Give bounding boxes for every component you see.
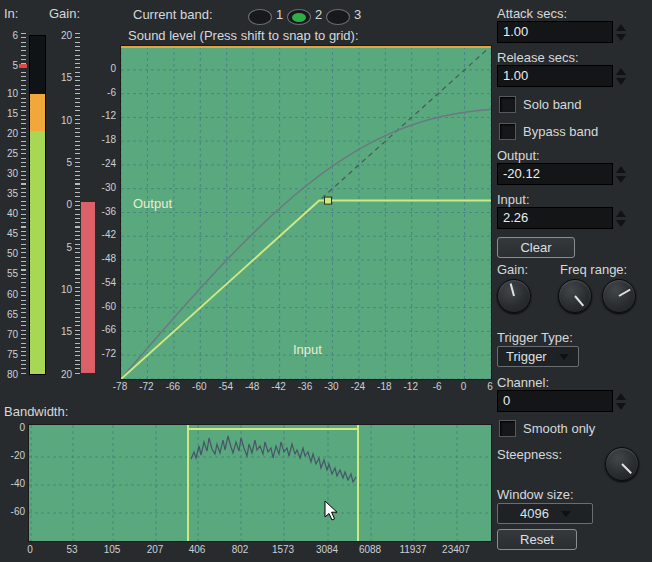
checkbox-box[interactable] — [499, 420, 516, 437]
checkbox-box[interactable] — [499, 96, 516, 113]
band-radio-3-label: 3 — [354, 7, 361, 22]
trigger-type-value: Trigger — [506, 346, 547, 367]
gain-knob-label: Gain: — [497, 262, 528, 277]
trigger-type-label: Trigger Type: — [497, 330, 573, 345]
bw-x-tick: 0 — [27, 544, 33, 555]
input-axis-label: Input — [293, 342, 322, 357]
in-scale-tick: 30 — [2, 168, 18, 179]
bw-y-tick: 0 — [0, 422, 25, 433]
in-scale-tick: 75 — [2, 349, 18, 360]
bw-x-tick: 1573 — [272, 544, 294, 555]
graph-y-tick: -24 — [92, 158, 116, 169]
trigger-type-dropdown[interactable]: Trigger — [497, 346, 579, 367]
checkbox-box[interactable] — [499, 123, 516, 140]
bypass-band-checkbox[interactable]: Bypass band — [499, 123, 598, 140]
graph-y-tick: -60 — [92, 301, 116, 312]
spin-up-icon[interactable] — [616, 210, 626, 217]
freq-high-knob[interactable] — [602, 279, 636, 313]
in-scale-tick: 10 — [2, 88, 18, 99]
graph-y-tick: -66 — [92, 324, 116, 335]
solo-band-checkbox[interactable]: Solo band — [499, 96, 582, 113]
graph-y-tick: 0 — [92, 63, 116, 74]
knob-pointer — [619, 289, 631, 297]
in-scale-tick: 70 — [2, 329, 18, 340]
bw-x-tick: 23407 — [442, 544, 470, 555]
output-spinner[interactable] — [613, 163, 629, 185]
graph-x-tick: 6 — [487, 381, 493, 392]
band-radio-3[interactable] — [326, 9, 350, 25]
in-meter-label: In: — [4, 6, 18, 21]
gain-scale-tick: 20 — [52, 369, 72, 380]
freq-range-label: Freq range: — [560, 262, 627, 277]
window-size-label: Window size: — [497, 487, 574, 502]
spin-down-icon[interactable] — [616, 220, 626, 227]
release-spinner[interactable] — [613, 65, 629, 87]
band-radio-2-label: 2 — [315, 7, 322, 22]
window-size-value: 4096 — [520, 503, 549, 524]
bw-x-tick: 3084 — [316, 544, 338, 555]
attack-spinner[interactable] — [613, 21, 629, 43]
steepness-knob[interactable] — [605, 447, 639, 481]
freq-low-knob[interactable] — [558, 279, 592, 313]
sound-level-plot[interactable] — [121, 46, 491, 379]
in-level-meter — [29, 35, 46, 375]
input-spinner[interactable] — [613, 207, 629, 229]
graph-x-tick: -36 — [298, 381, 312, 392]
sound-level-graph[interactable]: Output Input — [120, 45, 492, 380]
in-scale-tick: 50 — [2, 248, 18, 259]
in-meter-orange-segment — [30, 94, 45, 131]
spin-up-icon[interactable] — [616, 393, 626, 400]
in-scale-tick: 15 — [2, 108, 18, 119]
output-value[interactable]: -20.12 — [497, 163, 613, 185]
output-label: Output: — [497, 148, 540, 163]
spin-down-icon[interactable] — [616, 403, 626, 410]
graph-x-tick: 0 — [461, 381, 467, 392]
bw-x-tick: 207 — [147, 544, 164, 555]
channel-spinbox[interactable]: 0 — [497, 390, 629, 412]
input-spinbox[interactable]: 2.26 — [497, 207, 629, 229]
band-radio-2[interactable] — [287, 9, 311, 25]
clear-button[interactable]: Clear — [497, 237, 575, 258]
smooth-only-checkbox[interactable]: Smooth only — [499, 420, 595, 437]
bw-x-tick: 802 — [232, 544, 249, 555]
gain-scale-tick: 15 — [52, 326, 72, 337]
channel-label: Channel: — [497, 375, 549, 390]
input-value[interactable]: 2.26 — [497, 207, 613, 229]
bandwidth-plot[interactable] — [29, 425, 491, 541]
output-spinbox[interactable]: -20.12 — [497, 163, 629, 185]
spin-down-icon[interactable] — [616, 176, 626, 183]
band-radio-1-label: 1 — [276, 7, 283, 22]
bandwidth-label: Bandwidth: — [4, 404, 68, 419]
graph-x-tick: -12 — [403, 381, 417, 392]
band-radio-1[interactable] — [248, 9, 272, 25]
spin-up-icon[interactable] — [616, 166, 626, 173]
graph-x-tick: -42 — [271, 381, 285, 392]
bandwidth-graph[interactable] — [28, 424, 492, 542]
graph-x-tick: -54 — [218, 381, 232, 392]
solo-band-label: Solo band — [523, 97, 582, 112]
release-value[interactable]: 1.00 — [497, 65, 613, 87]
attack-spinbox[interactable]: 1.00 — [497, 21, 629, 43]
bypass-band-label: Bypass band — [523, 124, 598, 139]
in-scale-tick: 6 — [2, 30, 18, 41]
gain-knob[interactable] — [497, 279, 531, 313]
window-size-dropdown[interactable]: 4096 — [497, 503, 593, 524]
graph-x-tick: -18 — [377, 381, 391, 392]
graph-x-tick: -24 — [351, 381, 365, 392]
gain-scale-tick: 5 — [52, 242, 72, 253]
spin-up-icon[interactable] — [616, 68, 626, 75]
channel-value[interactable]: 0 — [497, 390, 613, 412]
gain-meter-label: Gain: — [49, 6, 80, 21]
output-axis-label: Output — [133, 196, 172, 211]
graph-y-tick: -54 — [92, 277, 116, 288]
spin-down-icon[interactable] — [616, 78, 626, 85]
release-spinbox[interactable]: 1.00 — [497, 65, 629, 87]
channel-spinner[interactable] — [613, 390, 629, 412]
input-label: Input: — [497, 192, 530, 207]
in-scale-tick: 5 — [2, 60, 18, 71]
attack-label: Attack secs: — [497, 6, 567, 21]
reset-button[interactable]: Reset — [497, 529, 577, 550]
spin-down-icon[interactable] — [616, 34, 626, 41]
attack-value[interactable]: 1.00 — [497, 21, 613, 43]
spin-up-icon[interactable] — [616, 24, 626, 31]
